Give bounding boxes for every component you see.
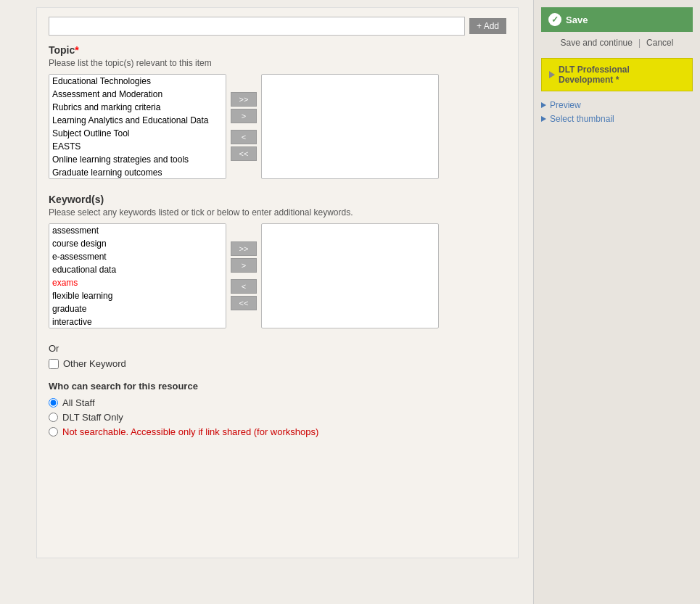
radio-dlt-staff-row: DLT Staff Only <box>49 412 506 423</box>
sidebar-actions: Save and continue | Cancel <box>541 38 693 48</box>
topic-right-list[interactable] <box>261 74 439 179</box>
sidebar: ✓ Save Save and continue | Cancel DLT Pr… <box>533 0 700 604</box>
who-search-label: Who can search for this resource <box>49 381 506 392</box>
keyword-section: Keyword(s) Please select any keywords li… <box>49 194 506 328</box>
topic-transfer-buttons: >> > < << <box>226 92 261 161</box>
topic-label: Topic* <box>49 44 506 56</box>
radio-not-searchable[interactable] <box>49 427 58 437</box>
radio-not-searchable-row: Not searchable. Accessible only if link … <box>49 426 506 437</box>
select-thumbnail-triangle-icon <box>541 116 546 122</box>
topic-section: Topic* Please list the topic(s) relevant… <box>49 44 506 179</box>
preview-label: Preview <box>550 100 581 110</box>
radio-not-searchable-label: Not searchable. Accessible only if link … <box>62 426 318 437</box>
top-text-input[interactable] <box>49 17 465 36</box>
other-keyword-row: Other Keyword <box>49 358 506 369</box>
dlt-label: DLT Professional Development * <box>559 65 685 85</box>
radio-dlt-staff[interactable] <box>49 413 58 422</box>
radio-all-staff-row: All Staff <box>49 397 506 408</box>
keyword-move-all-left-btn[interactable]: << <box>231 296 257 310</box>
keyword-label: Keyword(s) <box>49 194 506 205</box>
topic-move-left-btn[interactable]: < <box>231 130 257 144</box>
save-check-icon: ✓ <box>548 13 561 26</box>
or-label: Or <box>49 343 506 354</box>
other-keyword-label: Other Keyword <box>63 358 126 369</box>
other-keyword-checkbox[interactable] <box>49 359 59 369</box>
save-button[interactable]: ✓ Save <box>541 7 693 32</box>
dlt-triangle-icon <box>549 71 555 78</box>
keyword-description: Please select any keywords listed or tic… <box>49 207 506 218</box>
select-thumbnail-link[interactable]: Select thumbnail <box>541 114 693 124</box>
keyword-dual-list: assessment course design e-assessment ed… <box>49 223 506 328</box>
sidebar-separator: | <box>638 38 641 48</box>
add-button[interactable]: + Add <box>469 18 506 34</box>
keyword-move-right-btn[interactable]: > <box>231 258 257 273</box>
preview-link[interactable]: Preview <box>541 100 693 110</box>
dlt-box[interactable]: DLT Professional Development * <box>541 58 693 91</box>
cancel-link[interactable]: Cancel <box>646 38 673 48</box>
radio-all-staff[interactable] <box>49 398 58 408</box>
keyword-move-all-right-btn[interactable]: >> <box>231 241 257 256</box>
keyword-transfer-buttons: >> > < << <box>226 241 261 310</box>
select-thumbnail-label: Select thumbnail <box>550 114 614 124</box>
preview-triangle-icon <box>541 102 546 108</box>
keyword-right-list[interactable] <box>261 223 439 328</box>
radio-dlt-staff-label: DLT Staff Only <box>62 412 123 423</box>
save-button-label: Save <box>566 15 588 25</box>
save-and-continue-link[interactable]: Save and continue <box>561 38 633 48</box>
keyword-move-left-btn[interactable]: < <box>231 279 257 294</box>
topic-move-all-left-btn[interactable]: << <box>231 146 257 161</box>
topic-dual-list: Educational Technologies Assessment and … <box>49 74 506 179</box>
radio-all-staff-label: All Staff <box>62 397 95 408</box>
topic-move-all-right-btn[interactable]: >> <box>231 92 257 107</box>
keyword-left-list[interactable]: assessment course design e-assessment ed… <box>49 223 226 328</box>
topic-description: Please list the topic(s) relevant to thi… <box>49 58 506 68</box>
topic-move-right-btn[interactable]: > <box>231 109 257 123</box>
topic-left-list[interactable]: Educational Technologies Assessment and … <box>49 74 226 179</box>
